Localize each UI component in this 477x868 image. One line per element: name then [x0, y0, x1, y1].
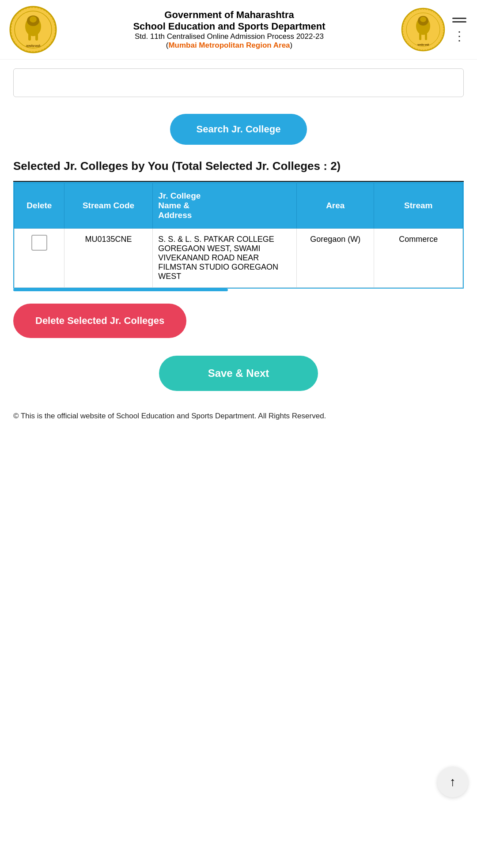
header-title-main: Government of Maharashtra — [62, 9, 397, 21]
row-stream-code: MU0135CNE — [64, 228, 152, 287]
arrow-up-icon: ↑ — [450, 775, 456, 789]
footer-text: © This is the official website of School… — [13, 410, 464, 422]
svg-rect-14 — [425, 33, 427, 40]
svg-rect-13 — [419, 33, 421, 40]
row-area: Goregaon (W) — [297, 228, 374, 287]
right-emblem: सत्यमेव जयते — [401, 8, 445, 52]
header-center: Government of Maharashtra School Educati… — [57, 9, 401, 50]
header-title-sub: School Education and Sports Department — [62, 21, 397, 32]
table-row: MU0135CNES. S. & L. S. PATKAR COLLEGE GO… — [15, 228, 463, 287]
search-button-wrap: Search Jr. College — [0, 114, 477, 145]
search-input[interactable] — [13, 68, 464, 97]
svg-point-6 — [30, 16, 37, 23]
svg-rect-4 — [28, 33, 31, 41]
table-header-row: Delete Stream Code Jr. CollegeName &Addr… — [15, 183, 463, 228]
svg-point-15 — [420, 17, 426, 22]
left-emblem: सत्यमेव जयते — [9, 5, 57, 54]
row-name-address: S. S. & L. S. PATKAR COLLEGE GOREGAON WE… — [153, 228, 297, 287]
delete-button-wrap: Delete Selected Jr. Colleges — [0, 291, 477, 342]
col-header-stream-code: Stream Code — [64, 183, 152, 228]
save-next-wrap: Save & Next — [0, 342, 477, 400]
col-header-name-address: Jr. CollegeName &Address — [153, 183, 297, 228]
header-right: सत्यमेव जयते ⋮ — [401, 8, 468, 52]
svg-text:सत्यमेव जयते: सत्यमेव जयते — [26, 44, 41, 48]
svg-text:सत्यमेव जयते: सत्यमेव जयते — [417, 43, 430, 46]
header-title-region: (Mumbai Metropolitan Region Area) — [62, 41, 397, 50]
hamburger-menu-icon[interactable] — [450, 16, 468, 24]
col-header-stream: Stream — [374, 183, 463, 228]
page-footer: © This is the official website of School… — [0, 400, 477, 435]
delete-selected-button[interactable]: Delete Selected Jr. Colleges — [13, 304, 186, 338]
search-jr-college-button[interactable]: Search Jr. College — [170, 114, 307, 145]
selected-section-heading: Selected Jr. Colleges by You (Total Sele… — [0, 159, 477, 181]
scroll-to-top-button[interactable]: ↑ — [437, 767, 468, 797]
colleges-table-wrap: Delete Stream Code Jr. CollegeName &Addr… — [13, 182, 464, 289]
vertical-dots-icon[interactable]: ⋮ — [453, 29, 466, 43]
row-delete-checkbox[interactable] — [31, 235, 47, 251]
search-area — [0, 60, 477, 101]
col-header-delete: Delete — [15, 183, 64, 228]
row-stream: Commerce — [374, 228, 463, 287]
selected-heading-text: Selected Jr. Colleges by You (Total Sele… — [13, 159, 464, 174]
save-next-button[interactable]: Save & Next — [159, 356, 318, 391]
svg-rect-5 — [35, 33, 38, 41]
header-title-desc: Std. 11th Centralised Online Admission P… — [62, 32, 397, 41]
region-link[interactable]: Mumbai Metropolitan Region Area — [168, 41, 290, 49]
page-header: सत्यमेव जयते Government of Maharashtra S… — [0, 0, 477, 60]
col-header-area: Area — [297, 183, 374, 228]
colleges-table: Delete Stream Code Jr. CollegeName &Addr… — [14, 183, 463, 288]
